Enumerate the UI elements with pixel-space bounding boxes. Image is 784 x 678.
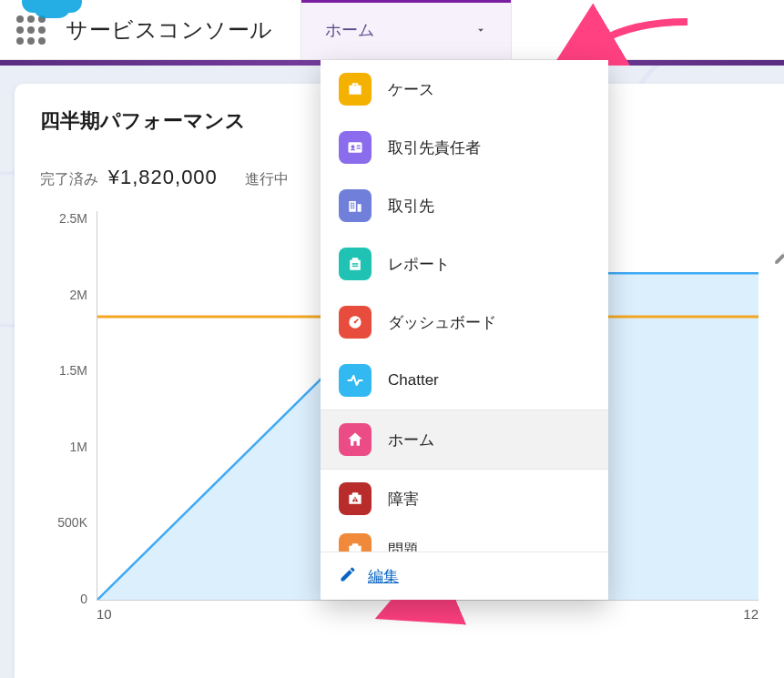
nav-item-home[interactable]: ホーム — [321, 410, 608, 469]
svg-rect-11 — [352, 266, 359, 268]
metric-open-label: 進行中 — [245, 171, 289, 187]
nav-item-contact[interactable]: 取引先責任者 — [321, 118, 608, 177]
nav-item-label: 取引先 — [388, 196, 434, 217]
nav-item-account[interactable]: 取引先 — [321, 177, 608, 235]
metric-open: 進行中 — [245, 170, 289, 189]
nav-item-label: ダッシュボード — [388, 312, 496, 333]
metric-closed-label: 完了済み — [40, 171, 98, 187]
account-icon — [339, 189, 372, 222]
nav-item-label: ケース — [388, 79, 434, 100]
nav-dropdown: ケース取引先責任者取引先レポートダッシュボードChatterホーム障害問題 編集 — [321, 60, 608, 600]
tab-home[interactable]: ホーム — [300, 0, 512, 59]
nav-edit-link[interactable]: 編集 — [368, 566, 399, 587]
chart-x-ticks: 10 11 12 — [97, 606, 759, 633]
tab-home-label: ホーム — [325, 19, 374, 41]
nav-item-chatter[interactable]: Chatter — [321, 351, 608, 410]
svg-rect-9 — [353, 207, 355, 209]
pencil-icon — [339, 565, 357, 587]
chevron-down-icon[interactable] — [474, 24, 487, 36]
home-icon — [339, 423, 372, 456]
svg-rect-10 — [352, 263, 359, 265]
svg-rect-7 — [353, 205, 355, 207]
tabset: ホーム — [300, 0, 512, 59]
nav-dropdown-list[interactable]: ケース取引先責任者取引先レポートダッシュボードChatterホーム障害問題 — [321, 60, 608, 552]
app-launcher-icon[interactable] — [16, 15, 46, 45]
svg-rect-3 — [357, 147, 361, 148]
nav-item-problem[interactable]: 問題 — [321, 528, 608, 552]
nav-item-label: 取引先責任者 — [388, 137, 481, 158]
chart-y-ticks: 2.5M 2M 1.5M 1M 500K 0 — [40, 206, 93, 601]
app-header: サービスコンソール ホーム — [0, 0, 784, 60]
svg-rect-0 — [349, 142, 362, 153]
nav-item-case[interactable]: ケース — [321, 60, 608, 118]
svg-rect-8 — [351, 207, 352, 209]
case-icon — [339, 73, 372, 106]
app-title: サービスコンソール — [66, 15, 273, 45]
chatter-icon — [339, 364, 372, 397]
svg-point-13 — [354, 321, 357, 324]
svg-point-1 — [351, 145, 355, 148]
svg-rect-4 — [351, 203, 352, 205]
nav-item-incident[interactable]: 障害 — [321, 470, 608, 528]
report-icon — [339, 248, 372, 280]
nav-item-dashboard[interactable]: ダッシュボード — [321, 293, 608, 351]
problem-icon — [339, 533, 372, 552]
nav-item-label: Chatter — [388, 371, 439, 390]
svg-rect-15 — [354, 501, 355, 501]
nav-item-label: 問題 — [388, 540, 419, 552]
svg-rect-6 — [351, 205, 352, 207]
svg-rect-5 — [353, 203, 355, 205]
nav-item-label: 障害 — [388, 489, 419, 510]
metric-closed: 完了済み ¥1,820,000 — [40, 166, 218, 189]
svg-rect-14 — [354, 498, 355, 500]
incident-icon — [339, 482, 372, 515]
nav-item-report[interactable]: レポート — [321, 235, 608, 293]
nav-edit-row[interactable]: 編集 — [321, 552, 608, 600]
dashboard-icon — [339, 306, 372, 339]
edit-pencil-icon[interactable] — [773, 249, 784, 269]
contact-icon — [339, 131, 372, 164]
nav-item-label: レポート — [388, 254, 450, 275]
metric-closed-value: ¥1,820,000 — [108, 166, 218, 188]
nav-item-label: ホーム — [388, 430, 434, 450]
logo-icon — [31, 0, 73, 11]
svg-rect-2 — [357, 146, 361, 147]
